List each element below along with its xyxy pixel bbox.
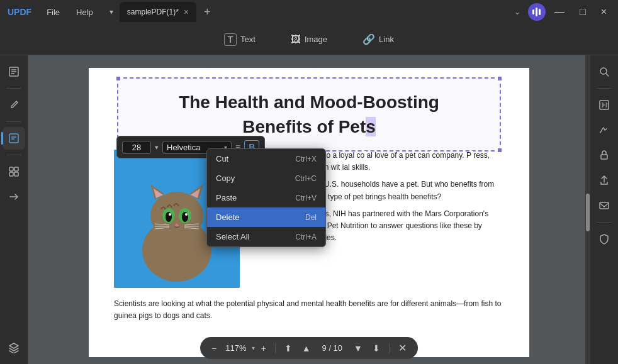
tab-dropdown-btn[interactable]: ▾ <box>106 5 117 19</box>
font-size-input[interactable]: 28 <box>122 141 151 154</box>
text-tool[interactable]: T Text <box>216 30 263 50</box>
sidebar-item-signature[interactable] <box>593 119 615 141</box>
active-tab[interactable]: samplePDF(1)* × <box>120 2 196 22</box>
nav-separator-1 <box>275 343 276 353</box>
image-icon: 🖼 <box>291 34 301 45</box>
sidebar-item-ocr[interactable] <box>593 94 615 116</box>
sidebar-item-stamp[interactable] <box>593 144 615 167</box>
svg-point-23 <box>182 212 188 222</box>
svg-rect-4 <box>9 134 18 143</box>
context-menu: Cut Ctrl+X Copy Ctrl+C Paste Ctrl+V Dele… <box>206 148 326 247</box>
sidebar-item-edit[interactable] <box>3 94 25 116</box>
sidebar-item-pages[interactable] <box>3 60 25 83</box>
organize-icon <box>8 166 20 177</box>
layers-icon <box>8 342 20 353</box>
tab-title: samplePDF(1)* <box>127 8 179 16</box>
context-cut[interactable]: Cut Ctrl+X <box>207 149 325 168</box>
svg-point-25 <box>185 213 188 216</box>
prev-page-btn[interactable]: ▲ <box>298 341 315 356</box>
app-logo: UPDF <box>0 7 39 17</box>
svg-point-15 <box>150 192 203 240</box>
tab-area: ▾ samplePDF(1)* × + <box>106 2 509 22</box>
sidebar-item-convert[interactable] <box>3 185 25 208</box>
annotate-icon <box>8 133 20 144</box>
convert-icon <box>8 191 20 202</box>
tab-close-btn[interactable]: × <box>184 8 189 16</box>
more-tabs-btn[interactable]: ⌄ <box>509 5 525 19</box>
maximize-btn[interactable]: □ <box>573 4 592 20</box>
next-page-btn[interactable]: ▼ <box>350 341 366 356</box>
minimize-btn[interactable]: — <box>548 4 571 20</box>
sidebar-divider-3 <box>6 155 21 155</box>
selection-handle-tr[interactable] <box>497 75 503 82</box>
image-tool[interactable]: 🖼 Image <box>283 30 335 49</box>
nav-close-btn[interactable]: ✕ <box>395 339 410 356</box>
email-icon <box>598 200 610 211</box>
left-sidebar <box>0 55 28 364</box>
scrollbar-thumb[interactable] <box>586 194 590 231</box>
avatar-icon <box>532 8 541 16</box>
nav-separator-2 <box>389 343 390 353</box>
sidebar-divider-2 <box>6 121 21 122</box>
svg-rect-11 <box>601 155 607 159</box>
svg-rect-8 <box>14 172 18 176</box>
selection-handle-tl[interactable] <box>115 75 121 82</box>
sidebar-divider-1 <box>6 88 21 89</box>
context-delete[interactable]: Delete Del <box>207 207 325 227</box>
right-sidebar <box>590 55 618 364</box>
search-icon <box>598 66 610 77</box>
user-avatar[interactable] <box>528 3 546 21</box>
main-content: The Health and Mood-Boosting Benefits of… <box>28 55 590 364</box>
context-select-all[interactable]: Select All Ctrl+A <box>207 227 325 246</box>
ocr-icon <box>598 99 610 111</box>
pdf-footer: Scientists are looking at what the poten… <box>114 298 504 322</box>
context-copy[interactable]: Copy Ctrl+C <box>207 168 325 188</box>
sidebar-item-search[interactable] <box>593 60 615 83</box>
close-btn[interactable]: × <box>595 4 613 20</box>
last-page-btn[interactable]: ⬇ <box>369 341 384 356</box>
link-tool[interactable]: 🔗 Link <box>355 30 402 49</box>
protect-icon <box>598 233 610 245</box>
main-toolbar: T Text 🖼 Image 🔗 Link <box>0 24 618 55</box>
sidebar-item-layers[interactable] <box>3 336 25 359</box>
file-menu[interactable]: File <box>39 5 67 19</box>
sidebar-item-protect[interactable] <box>593 228 615 250</box>
svg-rect-6 <box>14 167 18 171</box>
context-paste[interactable]: Paste Ctrl+V <box>207 188 325 207</box>
link-icon: 🔗 <box>362 33 375 45</box>
zoom-out-btn[interactable]: − <box>208 341 220 356</box>
stamp-icon <box>598 150 610 161</box>
zoom-in-btn[interactable]: + <box>257 341 270 356</box>
sidebar-item-organize[interactable] <box>3 160 25 183</box>
page-indicator: 9 / 10 <box>317 343 348 353</box>
signature-icon <box>598 124 610 136</box>
page-nav-bar: − 117% ▾ + ⬆ ▲ 9 / 10 ▼ ⬇ ✕ <box>200 337 418 359</box>
menu-bar: File Help <box>39 5 101 19</box>
svg-rect-5 <box>9 167 13 171</box>
svg-rect-12 <box>600 202 609 209</box>
help-menu[interactable]: Help <box>69 5 101 19</box>
scrollbar[interactable] <box>585 55 590 364</box>
svg-point-22 <box>166 212 172 222</box>
sidebar-item-email[interactable] <box>593 194 615 217</box>
sidebar-item-annotate[interactable] <box>3 127 25 150</box>
right-divider-2 <box>597 222 612 223</box>
edit-icon <box>8 99 20 111</box>
size-stepper[interactable]: ▾ <box>155 143 159 152</box>
text-icon: T <box>224 33 237 46</box>
titlebar: UPDF File Help ▾ samplePDF(1)* × + ⌄ — □… <box>0 0 618 24</box>
first-page-btn[interactable]: ⬆ <box>281 341 296 356</box>
pages-icon <box>8 66 20 77</box>
zoom-level: 117% <box>223 343 249 353</box>
right-divider-1 <box>597 88 612 89</box>
zoom-dropdown-btn[interactable]: ▾ <box>252 345 255 351</box>
window-controls: ⌄ — □ × <box>509 3 618 21</box>
svg-point-24 <box>169 213 171 216</box>
share-icon <box>598 175 610 186</box>
svg-rect-7 <box>9 172 13 176</box>
sidebar-item-share[interactable] <box>593 169 615 192</box>
new-tab-btn[interactable]: + <box>199 6 216 19</box>
